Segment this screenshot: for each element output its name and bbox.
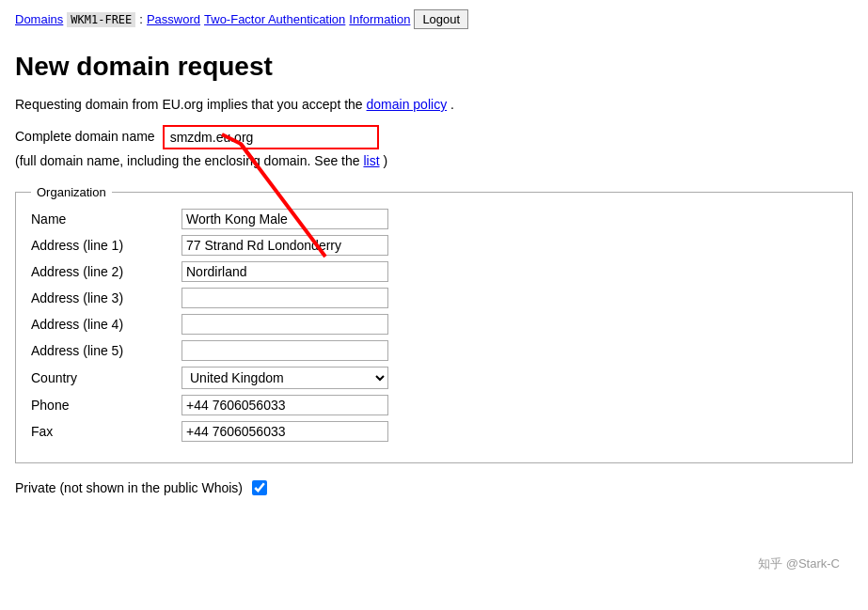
nav-bar: Domains WKM1-FREE : Password Two-Factor … [15, 9, 853, 29]
form-row-phone: Phone [31, 395, 837, 415]
list-link[interactable]: list [363, 153, 379, 168]
nav-password-link[interactable]: Password [147, 12, 200, 26]
nav-information-link[interactable]: Information [349, 12, 410, 26]
logout-button[interactable]: Logout [414, 9, 468, 29]
label-address4: Address (line 4) [31, 317, 181, 332]
nav-separator: : [139, 12, 143, 26]
form-row-address1: Address (line 1) [31, 235, 837, 256]
form-row-address5: Address (line 5) [31, 340, 837, 361]
input-address3[interactable] [181, 288, 388, 308]
input-address4[interactable] [181, 314, 388, 335]
intro-text: Requesting domain from EU.org implies th… [15, 97, 853, 112]
organization-fieldset: Organization Name Address (line 1) Addre… [15, 185, 853, 463]
full-domain-hint: (full domain name, including the enclosi… [15, 153, 853, 168]
label-name: Name [31, 211, 181, 227]
domain-name-label: Complete domain name [15, 125, 155, 144]
private-row: Private (not shown in the public Whois) [15, 480, 853, 495]
form-row-address3: Address (line 3) [31, 288, 837, 308]
private-label: Private (not shown in the public Whois) [15, 480, 243, 495]
country-select[interactable]: United Kingdom United States France Germ… [181, 367, 388, 389]
label-address1: Address (line 1) [31, 238, 181, 253]
form-row-fax: Fax [31, 421, 837, 442]
input-address2[interactable] [181, 261, 388, 282]
form-row-address4: Address (line 4) [31, 314, 837, 335]
label-fax: Fax [31, 424, 181, 439]
input-address1[interactable] [181, 235, 388, 256]
nav-domains-link[interactable]: Domains [15, 12, 63, 26]
label-country: Country [31, 370, 181, 385]
nav-twofactor-link[interactable]: Two-Factor Authentication [204, 12, 345, 26]
label-address2: Address (line 2) [31, 264, 181, 279]
org-legend: Organization [31, 185, 112, 199]
domain-policy-link[interactable]: domain policy [367, 97, 448, 112]
domain-input-wrapper [163, 125, 379, 149]
private-checkbox[interactable] [252, 480, 267, 495]
input-fax[interactable] [181, 421, 388, 442]
label-phone: Phone [31, 398, 181, 413]
form-row-address2: Address (line 2) [31, 261, 837, 282]
domain-name-section: Complete domain name [15, 125, 379, 153]
nav-current-domain: WKM1-FREE [67, 12, 135, 27]
label-address3: Address (line 3) [31, 290, 181, 305]
page-title: New domain request [15, 52, 853, 82]
form-row-country: Country United Kingdom United States Fra… [31, 367, 837, 389]
input-phone[interactable] [181, 395, 388, 415]
form-row-name: Name [31, 209, 837, 229]
input-address5[interactable] [181, 340, 388, 361]
domain-name-input[interactable] [163, 125, 379, 149]
label-address5: Address (line 5) [31, 343, 181, 358]
input-name[interactable] [181, 209, 388, 229]
